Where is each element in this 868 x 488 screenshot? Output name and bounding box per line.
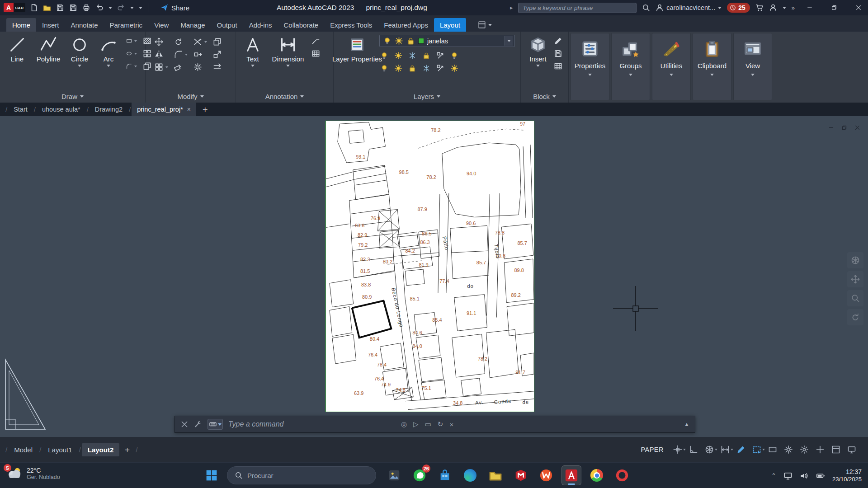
taskbar-app-chrome[interactable] xyxy=(587,465,607,485)
panel-tile-utilities[interactable]: Utilities xyxy=(652,33,691,100)
ribbon-tab-featured-apps[interactable]: Featured Apps xyxy=(378,18,434,32)
ribbon-tab-view[interactable]: View xyxy=(148,18,175,32)
ribbon-tab-express-tools[interactable]: Express Tools xyxy=(324,18,378,32)
undo-icon[interactable] xyxy=(95,4,104,12)
orbit-icon[interactable] xyxy=(847,309,863,325)
lineweight-display[interactable] xyxy=(736,445,745,454)
steering-wheel-icon[interactable] xyxy=(847,252,863,268)
make-current[interactable] xyxy=(450,52,458,60)
parcel-line[interactable] xyxy=(379,230,398,248)
parcel-line[interactable] xyxy=(405,269,425,286)
parcel-line[interactable] xyxy=(461,378,481,396)
arc-caret[interactable] xyxy=(107,65,110,67)
layer-dropdown[interactable]: janelas xyxy=(379,35,515,47)
taskbar-app-opera[interactable] xyxy=(612,465,632,485)
panel-tile-view[interactable]: View xyxy=(733,33,772,100)
move-tool[interactable] xyxy=(155,38,168,46)
rectangle-tool-caret[interactable] xyxy=(134,40,137,42)
fillet-tool[interactable] xyxy=(174,50,188,59)
block-panel-label[interactable]: Block xyxy=(521,90,568,103)
command-line[interactable]: ◎ ▷ ▭ ↻ × ▲ xyxy=(175,416,695,433)
file-tab-uhouse-aula-[interactable]: uhouse aula* xyxy=(37,103,86,116)
ribbon-tab-parametric[interactable]: Parametric xyxy=(104,18,149,32)
connect-caret[interactable] xyxy=(783,7,786,9)
parcel-line[interactable] xyxy=(530,145,533,218)
customization[interactable] xyxy=(816,445,825,454)
rotate-tool[interactable] xyxy=(174,38,188,46)
panel-tile-groups[interactable]: Groups xyxy=(611,33,650,100)
ellipse-tool-caret[interactable] xyxy=(134,53,137,55)
explode-tool[interactable] xyxy=(193,63,207,71)
toolbar-overflow-chevrons[interactable]: » xyxy=(792,5,795,11)
new-layout-button[interactable]: ＋ xyxy=(123,444,131,455)
fillet-tool-caret[interactable] xyxy=(185,54,188,56)
layer-isolate[interactable] xyxy=(394,52,402,60)
command-history-toggle[interactable]: ▲ xyxy=(684,421,689,427)
parcel-line[interactable] xyxy=(351,209,390,214)
write-block[interactable] xyxy=(554,49,564,58)
parcel-line[interactable] xyxy=(393,256,412,401)
search-icon[interactable] xyxy=(642,4,650,12)
layer-off[interactable] xyxy=(380,52,388,60)
cart-icon[interactable] xyxy=(755,4,764,12)
leader-tool[interactable] xyxy=(311,37,322,45)
trial-days-badge[interactable]: 25 xyxy=(727,3,750,13)
ribbon-tab-manage[interactable]: Manage xyxy=(175,18,211,32)
rectangle-tool[interactable] xyxy=(126,37,137,45)
redo-icon[interactable] xyxy=(117,4,125,12)
macro-close-icon[interactable]: × xyxy=(449,421,453,428)
circle-button[interactable]: Circle xyxy=(66,35,93,90)
parcel-line[interactable] xyxy=(326,166,385,179)
new-file-icon[interactable] xyxy=(30,4,38,12)
layer-walk[interactable] xyxy=(422,64,430,72)
layer-thaw[interactable] xyxy=(394,64,402,72)
share-button[interactable]: Share xyxy=(160,4,189,12)
parcel-line[interactable] xyxy=(394,253,439,256)
layer-dropdown-caret[interactable] xyxy=(505,36,513,46)
ellipse-tool[interactable] xyxy=(126,49,137,58)
ribbon-tab-annotate[interactable]: Annotate xyxy=(65,18,104,32)
taskbar-app-mcafee[interactable] xyxy=(511,465,531,485)
viewport-restore-icon[interactable] xyxy=(841,125,847,131)
start-button[interactable] xyxy=(202,465,222,485)
panel-tile-properties[interactable]: Properties xyxy=(571,33,609,100)
undo-dropdown-caret[interactable] xyxy=(108,7,112,9)
macro-play-icon[interactable]: ▷ xyxy=(413,420,419,428)
table-tool[interactable] xyxy=(311,49,322,58)
snap-mode[interactable] xyxy=(673,445,682,454)
revision-cloud-tool[interactable] xyxy=(126,62,137,70)
parcel-line[interactable] xyxy=(326,224,349,227)
taskbar-app-edge[interactable] xyxy=(460,465,480,485)
isometric-drafting-caret[interactable] xyxy=(715,449,717,450)
ribbon-display-options[interactable] xyxy=(478,18,492,32)
modify-panel-label[interactable]: Modify xyxy=(146,90,236,103)
search-scope-caret[interactable]: ▸ xyxy=(510,5,513,11)
taskbar-app-explorer[interactable] xyxy=(486,465,505,485)
isolate-objects[interactable] xyxy=(784,445,793,454)
layer-on[interactable] xyxy=(380,64,388,72)
block-edit[interactable] xyxy=(554,37,564,45)
macro-loop-icon[interactable]: ↻ xyxy=(438,420,443,428)
weather-widget[interactable]: 5 22°C Ger. Nublado xyxy=(5,466,60,481)
new-drawing-tab-button[interactable]: ＋ xyxy=(201,103,209,115)
plot-icon[interactable] xyxy=(82,4,90,12)
layer-merge[interactable] xyxy=(450,64,458,72)
insert-block-button[interactable]: Insert xyxy=(525,35,551,90)
text-caret[interactable] xyxy=(251,65,255,67)
dimension-caret[interactable] xyxy=(286,65,290,67)
layer-match[interactable] xyxy=(436,52,444,60)
window-close-button[interactable] xyxy=(849,0,868,15)
command-input[interactable] xyxy=(228,420,373,428)
panel-tile-clipboard[interactable]: Clipboard xyxy=(693,33,731,100)
file-tab-drawing2[interactable]: Drawing2 xyxy=(90,103,128,116)
selected-parcel[interactable] xyxy=(352,301,392,338)
quick-properties[interactable] xyxy=(768,445,777,454)
utilities-panel-caret[interactable] xyxy=(670,74,673,76)
qat-customize-caret[interactable] xyxy=(139,7,142,9)
parcel-line[interactable] xyxy=(405,391,534,401)
file-tab-start[interactable]: Start xyxy=(8,103,33,116)
dimension-button[interactable]: Dimension xyxy=(270,35,306,90)
parcel-line[interactable] xyxy=(330,307,352,337)
connect-icon[interactable] xyxy=(769,4,777,12)
autocad-app-logo[interactable]: A CAD xyxy=(4,3,25,12)
